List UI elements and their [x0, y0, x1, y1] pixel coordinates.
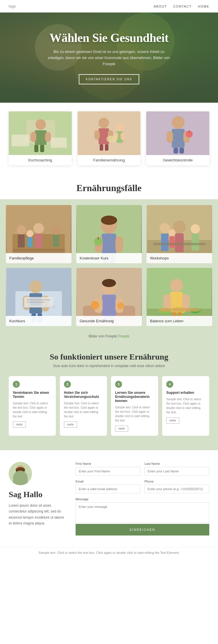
- how-section: So funktioniert unsere Ernährung Duis au…: [0, 341, 218, 450]
- svg-rect-9: [51, 138, 67, 148]
- svg-rect-3: [35, 130, 47, 145]
- how-steps: 1 Vereinbaren Sie einen Termin Sample te…: [9, 376, 209, 436]
- svg-rect-27: [174, 148, 178, 154]
- step-number-4: 4: [166, 381, 173, 388]
- svg-rect-20: [121, 133, 125, 140]
- svg-rect-79: [102, 295, 116, 316]
- submit-button[interactable]: EINREICHEN: [76, 524, 209, 536]
- step-btn-2[interactable]: mehr: [64, 421, 77, 428]
- svg-point-82: [91, 301, 99, 309]
- svg-point-35: [33, 223, 44, 234]
- step-btn-1[interactable]: mehr: [13, 421, 26, 428]
- svg-point-83: [117, 302, 124, 309]
- nav-home[interactable]: HOME: [198, 5, 209, 8]
- form-group-message: Message: [76, 497, 209, 523]
- svg-rect-97: [159, 308, 200, 312]
- svg-point-17: [116, 123, 124, 131]
- last-name-input[interactable]: [144, 467, 209, 476]
- case-item-2[interactable]: Kostenloser Kurs: [76, 205, 142, 263]
- svg-rect-57: [175, 233, 184, 252]
- svg-rect-7: [40, 145, 44, 152]
- nav-about[interactable]: ABOUT: [154, 5, 167, 8]
- svg-point-23: [172, 116, 185, 129]
- case-item-6[interactable]: Balance zum Leben: [146, 268, 212, 326]
- step-btn-3[interactable]: mehr: [115, 426, 128, 432]
- svg-rect-34: [18, 234, 25, 248]
- svg-rect-62: [153, 243, 206, 245]
- cases-section-title: Ernährungsfälle: [9, 183, 209, 193]
- case-label-4: Kochkurs: [6, 316, 72, 326]
- svg-rect-15: [100, 144, 103, 151]
- svg-rect-8: [12, 135, 29, 146]
- case-item-5[interactable]: Gesunde Ernährung: [76, 268, 142, 326]
- step-text-4: Sample text. Click to select the text bo…: [166, 397, 205, 414]
- step-title-1: Vereinbaren Sie einen Termin: [13, 391, 52, 399]
- svg-rect-59: [192, 234, 199, 250]
- case-label-1: Familienpflege: [6, 253, 72, 263]
- services-section: Kochcoaching Familienernährung: [0, 103, 218, 171]
- service-card-3[interactable]: Gewichtskontrolle: [146, 111, 209, 165]
- how-step-3: 3 Lernen Sie unsere Ernährungsberaterin …: [111, 376, 158, 436]
- hero-cta-button[interactable]: KONTAKTIEREN SIE UNS: [79, 74, 139, 84]
- how-subtitle: Duis aute irure dolor in reprehenderit i…: [9, 364, 209, 368]
- case-label-2: Kostenloser Kurs: [76, 253, 142, 263]
- contact-description: Lorem ipsum dolor sit amet, consectetur …: [9, 503, 67, 526]
- footer-note: Sample text. Click to select the text bo…: [0, 547, 218, 558]
- step-text-2: Sample text. Click to select the text bo…: [64, 401, 103, 419]
- case-item-3[interactable]: Workshops: [146, 205, 212, 263]
- svg-rect-12: [99, 128, 109, 144]
- svg-point-60: [169, 229, 176, 236]
- step-title-2: Holen Sie sich Versicherungsschutz: [64, 391, 103, 399]
- svg-rect-90: [163, 294, 171, 309]
- svg-point-101: [12, 479, 29, 485]
- phone-label: Phone: [144, 480, 209, 483]
- phone-input[interactable]: [144, 485, 209, 493]
- form-group-first-name: First Name: [76, 462, 140, 476]
- svg-rect-38: [53, 235, 59, 247]
- svg-point-65: [29, 280, 42, 293]
- case-label-3: Workshops: [146, 253, 212, 263]
- step-title-3: Lernen Sie unsere Ernährungsberaterin ke…: [115, 391, 154, 403]
- message-input[interactable]: [76, 502, 209, 523]
- service-card-1[interactable]: Kochcoaching: [9, 111, 72, 165]
- service-image-1: [9, 111, 72, 155]
- form-group-email: Email: [76, 480, 140, 493]
- svg-rect-5: [45, 132, 51, 142]
- cases-title-area: Ernährungsfälle: [0, 171, 218, 199]
- form-group-last-name: Last Name: [144, 462, 209, 476]
- email-input[interactable]: [76, 485, 140, 493]
- form-row-contact: Email Phone: [76, 480, 209, 493]
- svg-rect-51: [98, 237, 99, 240]
- service-image-2: [78, 111, 141, 155]
- how-title: So funktioniert unsere Ernährung: [9, 352, 209, 362]
- svg-rect-28: [179, 148, 184, 154]
- step-btn-4[interactable]: mehr: [166, 417, 179, 424]
- case-item-1[interactable]: Familienpflege: [6, 205, 72, 263]
- service-label-2: Familienernährung: [78, 155, 141, 165]
- form-group-phone: Phone: [144, 480, 209, 493]
- case-item-4[interactable]: Kochkurs: [6, 268, 72, 326]
- step-number-1: 1: [13, 381, 20, 388]
- svg-point-37: [52, 227, 60, 235]
- hero-title: Wählen Sie Gesundheit: [49, 31, 169, 45]
- svg-point-100: [16, 467, 25, 473]
- svg-rect-6: [34, 145, 38, 152]
- svg-point-44: [101, 216, 117, 225]
- email-label: Email: [76, 480, 140, 483]
- service-card-2[interactable]: Familienernährung: [78, 111, 141, 165]
- form-row-name: First Name Last Name: [76, 462, 209, 476]
- nav-contact[interactable]: CONTACT: [173, 5, 192, 8]
- first-name-input[interactable]: [76, 467, 140, 476]
- svg-point-11: [99, 118, 109, 128]
- first-name-label: First Name: [76, 462, 140, 465]
- freepik-link[interactable]: Freepik: [118, 334, 129, 338]
- svg-rect-55: [161, 234, 169, 251]
- step-text-1: Sample text. Click to select the text bo…: [13, 401, 52, 419]
- svg-point-78: [102, 279, 116, 287]
- svg-point-58: [191, 224, 200, 234]
- svg-point-54: [160, 223, 170, 234]
- step-title-4: Support erhalten: [166, 391, 205, 395]
- message-label: Message: [76, 497, 209, 501]
- freepik-attribution: Bilder von Freepik Freepik: [0, 332, 218, 341]
- step-number-2: 2: [64, 381, 71, 388]
